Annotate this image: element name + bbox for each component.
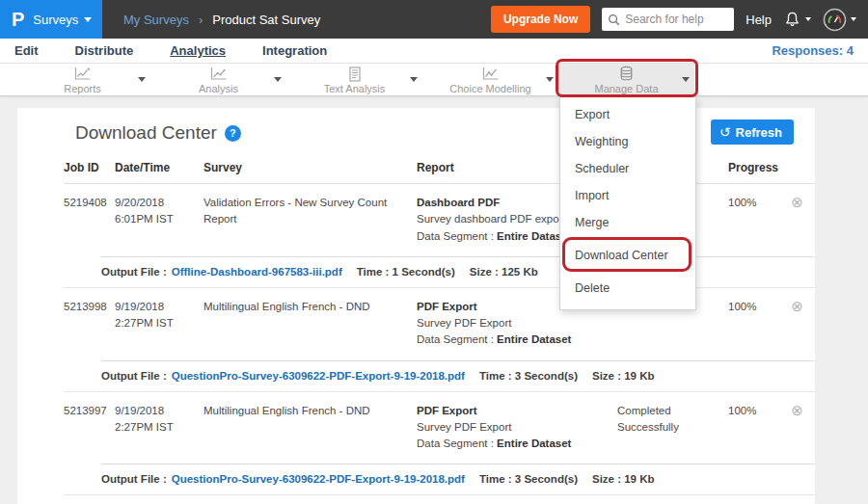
report-segment: Data Segment : Entire Dataset <box>417 332 608 348</box>
line-chart-icon <box>73 66 93 82</box>
cell-job-id: 5213997 <box>64 403 115 453</box>
output-time: Time : 1 Second(s) <box>357 266 455 278</box>
brand-area: P Surveys <box>0 0 102 39</box>
toolbar-label: Text Analysis <box>324 83 386 94</box>
output-file-row: Output File : QuestionPro-Survey-6309622… <box>101 464 815 494</box>
cell-date-time: 9/19/2018 2:27PM IST <box>115 299 203 349</box>
job-row: 5213998 9/19/2018 2:27PM IST Multilingua… <box>64 288 815 360</box>
tab-distribute[interactable]: Distribute <box>75 43 134 58</box>
cell-job-id: 5213998 <box>64 299 115 349</box>
help-question-icon[interactable]: ? <box>225 125 241 142</box>
account-menu[interactable] <box>823 8 856 32</box>
cell-date-time: 9/19/2018 2:27PM IST <box>115 403 203 453</box>
menu-item-download-center[interactable]: Download Center <box>560 242 695 269</box>
cell-date-time: 9/20/2018 6:01PM IST <box>115 195 203 245</box>
toolbar-label: Manage Data <box>594 83 658 94</box>
segment-label: Data Segment : <box>417 333 494 345</box>
cell-report: PDF Export Survey PDF Export Data Segmen… <box>417 403 617 453</box>
report-desc: Survey PDF Export <box>417 419 608 436</box>
search-icon <box>608 13 620 26</box>
report-desc: Survey PDF Export <box>417 315 608 332</box>
col-job-id: Job ID <box>64 161 115 174</box>
toolbar-label: Reports <box>64 83 101 94</box>
chevron-down-icon <box>682 77 690 82</box>
tab-analytics[interactable]: Analytics <box>170 43 226 58</box>
output-file-link[interactable]: QuestionPro-Survey-6309622-PDF-Export-9-… <box>172 370 465 382</box>
chevron-down-icon <box>546 77 554 82</box>
table-row-2: 5213998 9/19/2018 2:27PM IST Multilingua… <box>64 288 815 392</box>
toolbar-choice-modelling[interactable]: Choice Modelling <box>422 64 558 96</box>
chevron-down-icon <box>84 17 92 22</box>
segment-label: Data Segment : <box>417 438 494 449</box>
analytics-toolbar: Reports Analysis <box>0 64 868 96</box>
breadcrumb-current-survey: Product Sat Survey <box>212 13 320 27</box>
output-time: Time : 3 Second(s) <box>479 473 578 485</box>
menu-item-import[interactable]: Import <box>560 182 695 209</box>
output-size: Size : 19 Kb <box>592 370 655 382</box>
database-icon <box>618 66 635 82</box>
output-file-label: Output File : <box>101 266 167 278</box>
chevron-down-icon <box>410 77 418 82</box>
tab-edit[interactable]: Edit <box>14 43 39 58</box>
chevron-down-icon <box>138 77 146 82</box>
toolbar-text-analysis[interactable]: Text Analysis <box>286 64 422 96</box>
surveys-menu-label: Surveys <box>33 13 78 27</box>
table-row-1: 5219408 9/20/2018 6:01PM IST Validation … <box>64 184 815 288</box>
cell-survey: Multilingual English French - DND <box>203 299 417 349</box>
toolbar-manage-data[interactable]: Manage Data <box>558 64 694 96</box>
cell-progress: 100% <box>728 299 779 349</box>
cell-progress: 100% <box>728 195 779 245</box>
notifications-button[interactable] <box>783 10 811 29</box>
output-file-link[interactable]: Offline-Dashboard-967583-iii.pdf <box>172 266 342 278</box>
chevron-down-icon <box>851 17 856 21</box>
menu-item-scheduler[interactable]: Scheduler <box>560 155 695 182</box>
manage-data-dropdown: Export Weighting Scheduler Import Merge … <box>559 96 696 310</box>
surveys-menu[interactable]: Surveys <box>33 13 92 27</box>
cancel-job-icon[interactable]: ⊗ <box>791 195 803 245</box>
output-file-row: Output File : QuestionPro-Survey-6309622… <box>101 360 815 391</box>
refresh-icon: ↺ <box>719 124 731 140</box>
app-screen: P Surveys My Surveys › Product Sat Surve… <box>0 0 868 504</box>
menu-item-weighting[interactable]: Weighting <box>560 128 695 155</box>
output-file-link[interactable]: QuestionPro-Survey-6309622-PDF-Export-9-… <box>172 473 465 485</box>
col-progress: Progress <box>728 161 779 174</box>
cancel-job-icon[interactable]: ⊗ <box>791 299 803 349</box>
menu-item-export[interactable]: Export <box>560 101 695 128</box>
responses-count[interactable]: Responses: 4 <box>772 43 854 58</box>
toolbar-analysis[interactable]: Analysis <box>150 64 286 96</box>
cell-progress: 100% <box>728 403 779 453</box>
toolbar-reports[interactable]: Reports <box>14 64 150 96</box>
menu-item-delete[interactable]: Delete <box>560 275 695 302</box>
upgrade-now-button[interactable]: Upgrade Now <box>491 6 590 33</box>
document-chart-icon <box>347 66 363 82</box>
cell-status: Completed Successfully <box>617 403 728 453</box>
segment-value: Entire Dataset <box>497 438 571 449</box>
output-file-label: Output File : <box>101 370 167 382</box>
report-segment: Data Segment : Entire Dataset <box>417 436 608 452</box>
output-size: Size : 125 Kb <box>470 266 538 278</box>
choice-chart-icon <box>481 66 501 82</box>
refresh-button[interactable]: ↺ Refresh <box>711 119 794 145</box>
survey-nav: Edit Distribute Analytics Integration Re… <box>0 39 868 64</box>
refresh-label: Refresh <box>736 125 782 140</box>
cell-survey: Multilingual English French - DND <box>203 403 417 453</box>
breadcrumb-my-surveys[interactable]: My Surveys <box>123 13 189 27</box>
chevron-down-icon <box>274 77 282 82</box>
cell-job-id: 5219408 <box>64 195 115 245</box>
tab-integration[interactable]: Integration <box>262 43 327 58</box>
table-row-4: 5213994 9/19/2018 2:26PM IST Multilingua… <box>64 495 815 504</box>
menu-item-merge[interactable]: Merge <box>560 209 695 236</box>
breadcrumb-separator: › <box>199 13 203 27</box>
help-link[interactable]: Help <box>746 13 772 27</box>
segment-label: Data Segment : <box>417 230 494 242</box>
segment-value: Entire Dataset <box>497 333 571 345</box>
table-header-row: Job ID Date/Time Survey Report Progress <box>64 154 815 184</box>
chevron-down-icon <box>805 17 811 21</box>
cancel-job-icon[interactable]: ⊗ <box>791 403 803 453</box>
scatter-chart-icon <box>209 66 229 82</box>
col-survey: Survey <box>203 161 417 174</box>
page-title: Download Center ? <box>75 122 241 144</box>
search-input[interactable] <box>625 13 726 26</box>
col-actions <box>779 161 815 174</box>
header-actions: Upgrade Now Help <box>491 6 868 33</box>
